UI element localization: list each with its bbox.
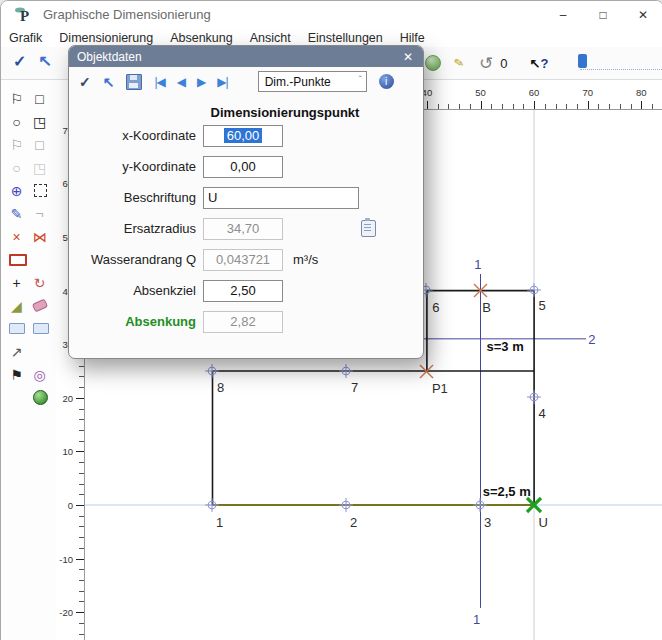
absenkung-input: 2,82 — [203, 311, 283, 333]
annotation: s=3 m — [487, 338, 524, 353]
ruler-tick — [588, 101, 589, 109]
dialog-close-icon[interactable]: ✕ — [403, 50, 413, 64]
tool-label-b-icon[interactable] — [33, 323, 49, 334]
point-marker-1[interactable] — [205, 498, 219, 516]
field-row-wasserandrang: Wasserandrang Q 0,043721 m³/s — [69, 244, 423, 275]
point-label-B: B — [482, 299, 491, 314]
ruler-tick — [79, 441, 84, 442]
object-type-select[interactable]: Dim.-Punkte ˇ — [258, 71, 367, 92]
apply-icon[interactable]: ✓ — [79, 75, 91, 89]
ruler-tick — [470, 104, 471, 109]
ruler-label: -20 — [59, 607, 73, 618]
dialog-heading: Dimensionierungspunkt — [209, 105, 361, 120]
tool-spiral-icon[interactable]: ◎ — [30, 365, 49, 384]
tool-label-a-icon[interactable] — [9, 323, 25, 334]
ruler-tick — [427, 101, 428, 109]
ruler-tick — [609, 104, 610, 109]
ruler-tick — [438, 104, 439, 109]
dialog-toolbar: ✓ ↖ |◀ ◀ ▶ ▶| Dim.-Punkte ˇ i — [69, 67, 423, 96]
field-row-x: x-Koordinate 60,00 — [69, 120, 423, 151]
point-label-3: 3 — [484, 515, 491, 530]
chevron-down-icon: ˇ — [359, 74, 362, 84]
tool-flag-icon[interactable]: ⚑ — [7, 365, 26, 384]
ruler-tick — [79, 473, 84, 474]
ruler-tick — [79, 548, 84, 549]
ruler-tick — [79, 366, 84, 367]
ruler-tick — [577, 104, 578, 109]
pick-cursor-icon[interactable]: ↖ — [103, 75, 115, 89]
tool-cross-icon[interactable]: + — [7, 273, 26, 292]
ruler-tick — [79, 387, 84, 388]
tool-marquee-icon[interactable] — [34, 184, 47, 197]
y-coordinate-input[interactable]: 0,00 — [203, 156, 283, 178]
tool-rect-icon[interactable]: □ — [30, 89, 49, 108]
ruler-tick — [556, 104, 557, 109]
x-coordinate-input[interactable]: 60,00 — [203, 125, 283, 147]
tool-circle-alt-icon[interactable]: ○ — [7, 158, 26, 177]
annotation: 1 — [473, 612, 480, 627]
ruler-tick — [79, 569, 84, 570]
annotation: 1 — [474, 256, 481, 271]
beschriftung-input[interactable]: U — [203, 187, 359, 209]
ersatzradius-input: 34,70 — [203, 218, 283, 240]
info-icon[interactable]: i — [379, 74, 394, 89]
ruler-tick — [641, 101, 642, 109]
wasserandrang-unit: m³/s — [293, 252, 318, 267]
tool-sphere-icon[interactable] — [33, 390, 48, 405]
field-row-y: y-Koordinate 0,00 — [69, 151, 423, 182]
first-record-icon[interactable]: |◀ — [154, 76, 164, 88]
point-label-7: 7 — [351, 380, 358, 395]
tool-corner-icon[interactable]: ¬ — [30, 204, 49, 223]
ruler-tick — [459, 104, 460, 109]
clipboard-icon[interactable] — [361, 220, 376, 237]
tool-node-alt-icon[interactable]: ⚐ — [7, 135, 26, 154]
ruler-tick — [79, 419, 84, 420]
tool-node-icon[interactable]: ⚐ — [7, 89, 26, 108]
ruler-label: 50 — [469, 87, 493, 98]
wasserandrang-label: Wasserandrang Q — [69, 252, 203, 267]
ruler-tick — [523, 104, 524, 109]
point-marker-3[interactable] — [473, 498, 487, 516]
ruler-label: -10 — [59, 554, 73, 565]
ruler-label: 0 — [68, 500, 73, 511]
previous-record-icon[interactable]: ◀ — [177, 76, 185, 88]
ruler-tick — [620, 104, 621, 109]
ruler-tick — [79, 537, 84, 538]
beschriftung-label: Beschriftung — [69, 190, 203, 205]
ruler-tick — [79, 494, 84, 495]
absenkziel-input[interactable]: 2,50 — [203, 280, 283, 302]
tool-spacer — [7, 388, 26, 407]
tool-rotate-icon[interactable]: ↻ — [30, 273, 49, 292]
tool-rotate-rect-alt-icon[interactable]: ◳ — [30, 158, 49, 177]
tool-rect-alt-icon[interactable]: □ — [30, 135, 49, 154]
tool-circle-icon[interactable]: ○ — [7, 112, 26, 131]
field-row-absenkziel: Absenkziel 2,50 — [69, 275, 423, 306]
ruler-tick — [534, 101, 535, 109]
tool-arrow-ne-icon[interactable]: ↗ — [7, 342, 26, 361]
tool-delete-rect-icon[interactable]: ⋈ — [30, 227, 49, 246]
ruler-tick — [79, 409, 84, 410]
point-marker-2[interactable] — [339, 498, 353, 516]
dialog-titlebar[interactable]: Objektdaten ✕ — [69, 46, 423, 67]
tool-spacer — [30, 342, 49, 361]
point-label-1: 1 — [216, 515, 223, 530]
annotation: s=2,5 m — [483, 484, 531, 499]
tool-flat-rect-icon[interactable] — [9, 254, 27, 266]
ruler-tick — [79, 516, 84, 517]
ruler-tick — [76, 451, 84, 452]
tool-wedge-icon[interactable]: ◢ — [7, 296, 26, 315]
absenkziel-label: Absenkziel — [69, 283, 203, 298]
dialog-title: Objektdaten — [77, 50, 142, 64]
dialog-body: Dimensionierungspunkt x-Koordinate 60,00… — [69, 96, 423, 337]
ruler-label: 60 — [522, 87, 546, 98]
ruler-label: 70 — [576, 87, 600, 98]
tool-eraser-icon[interactable] — [32, 298, 48, 312]
save-icon[interactable] — [126, 74, 142, 90]
tool-target-icon[interactable]: ⊕ — [7, 181, 26, 200]
tool-pen-edit-icon[interactable]: ✎ — [7, 204, 26, 223]
ruler-tick — [566, 104, 567, 109]
tool-delete-icon[interactable]: × — [7, 227, 26, 246]
next-record-icon[interactable]: ▶ — [197, 76, 205, 88]
last-record-icon[interactable]: ▶| — [217, 76, 227, 88]
tool-rotate-rect-icon[interactable]: ◳ — [30, 112, 49, 131]
